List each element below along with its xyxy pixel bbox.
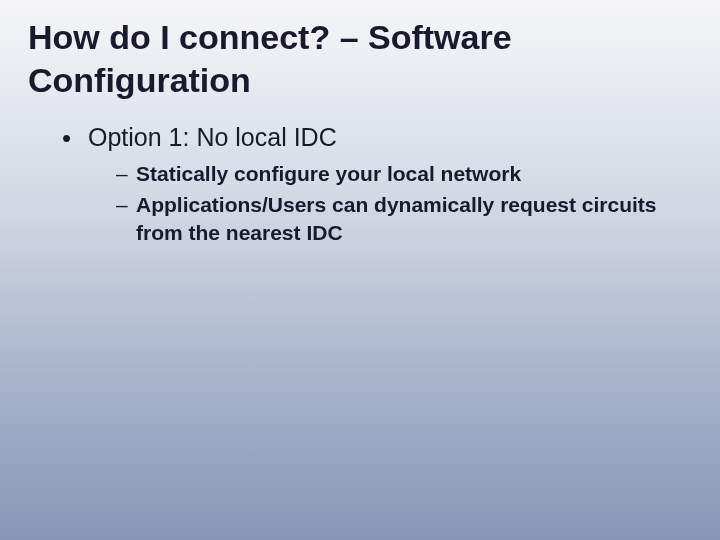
slide-title: How do I connect? – Software Configurati…: [28, 16, 692, 101]
sub-list: Statically configure your local network …: [88, 160, 692, 246]
sub-item: Applications/Users can dynamically reque…: [116, 191, 692, 246]
bullet-list: Option 1: No local IDC Statically config…: [28, 123, 692, 246]
bullet-item: Option 1: No local IDC Statically config…: [66, 123, 692, 246]
sub-item: Statically configure your local network: [116, 160, 692, 187]
bullet-text: Option 1: No local IDC: [88, 123, 337, 151]
slide: How do I connect? – Software Configurati…: [0, 0, 720, 272]
